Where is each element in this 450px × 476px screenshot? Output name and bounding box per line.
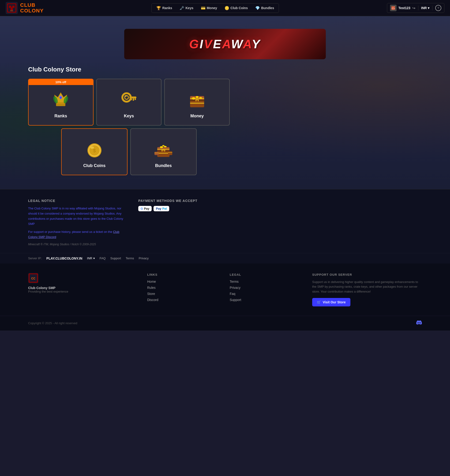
footer-support-link[interactable]: Support <box>110 257 121 260</box>
ranks-card-label: Ranks <box>54 114 67 118</box>
footer-support-col: SUPPORT OUR SERVER Support us in deliver… <box>312 273 422 306</box>
footer-legal-text2: For support or purchase history, please … <box>28 229 129 240</box>
svg-point-21 <box>124 95 127 97</box>
nav-right: 🧱 Test123 ↪ INR ▾ ? <box>387 3 444 13</box>
keys-card-icon <box>118 90 139 111</box>
footer-link-rules[interactable]: Rules <box>147 286 220 289</box>
payment-methods: G Pay PayPal <box>138 206 239 211</box>
footer-legal-terms[interactable]: Terms <box>230 280 303 283</box>
footer-payment-col: PAYMENT METHODS WE ACCEPT G Pay PayPal <box>138 199 239 246</box>
svg-rect-17 <box>129 96 136 98</box>
keys-nav-icon: 🗝️ <box>179 6 184 10</box>
money-svg-icon <box>188 91 207 110</box>
footer-legal-col: LEGAL NOTICE The Club Colony SMP is in n… <box>28 199 129 246</box>
store-card-money[interactable]: Money <box>164 79 230 126</box>
svg-rect-26 <box>190 103 204 104</box>
ranks-nav-icon: 🏆 <box>156 6 161 10</box>
footer-terms-link[interactable]: Terms <box>126 257 134 260</box>
footer-payment-title: PAYMENT METHODS WE ACCEPT <box>138 199 239 203</box>
footer-bottom: Copyright © 2025 - All right reserved <box>0 316 450 330</box>
footer-copyright: Copyright © 2025 - All right reserved <box>28 321 77 325</box>
svg-point-31 <box>199 97 202 99</box>
footer-link-home[interactable]: Home <box>147 280 220 283</box>
store-bottom-row: $ Club Coins <box>28 128 230 175</box>
svg-rect-44 <box>162 150 164 152</box>
nav-currency-selector[interactable]: INR ▾ <box>421 6 429 10</box>
clubcoins-nav-icon: 🪙 <box>225 6 229 10</box>
svg-rect-18 <box>133 98 134 101</box>
footer-link-discord[interactable]: Discord <box>147 298 220 302</box>
bundles-card-label: Bundles <box>155 163 172 168</box>
footer-legal-grid: LEGAL NOTICE The Club Colony SMP is in n… <box>28 199 239 246</box>
footer-brand-name: Club Colony SMP <box>28 286 138 290</box>
store-card-keys[interactable]: Keys <box>96 79 162 126</box>
bundles-nav-icon: 💎 <box>255 6 260 10</box>
footer-brand: CC Club Colony SMP Providing the best ex… <box>28 273 138 306</box>
bundles-svg-icon <box>154 141 173 159</box>
footer-bar: Server IP: PLAY.CLUBCOLONY.IN INR ▾ FAQ … <box>0 253 450 264</box>
footer-privacy-link[interactable]: Privacy <box>139 257 149 260</box>
money-card-icon <box>187 90 208 111</box>
discord-svg-icon <box>416 320 422 325</box>
money-nav-icon: 💳 <box>201 6 206 10</box>
footer-legal-col-2: LEGAL Terms Privacy Faq Support <box>230 273 303 306</box>
logo-svg: CC <box>6 2 17 14</box>
footer-legal-privacy[interactable]: Privacy <box>230 286 303 289</box>
footer-legal-text1: The Club Colony SMP is in no way affilia… <box>28 206 129 227</box>
svg-text:CC: CC <box>10 10 13 12</box>
svg-rect-48 <box>168 152 172 153</box>
discount-badge-ranks: 10% off <box>29 79 93 85</box>
svg-text:$: $ <box>93 148 96 153</box>
nav-link-money[interactable]: 💳 Money <box>198 5 220 12</box>
club-coins-card-icon: $ <box>84 139 105 160</box>
nav-link-bundles[interactable]: 💎 Bundles <box>252 5 277 12</box>
main-content: GIVEAWAY Club Colony Store 10% off <box>0 16 450 189</box>
store-card-ranks[interactable]: 10% off Ranks <box>28 79 94 126</box>
svg-rect-20 <box>131 98 132 100</box>
visit-store-button[interactable]: 🛒 Visit Our Store <box>312 298 350 306</box>
paypal-badge: PayPal <box>154 206 169 211</box>
nav-links: 🏆 Ranks 🗝️ Keys 💳 Money 🪙 Club Coins 💎 B… <box>151 3 279 13</box>
svg-rect-19 <box>135 98 136 100</box>
svg-point-51 <box>162 145 165 147</box>
navbar: CC CLUB COLONY 🏆 Ranks 🗝️ Keys 💳 Money 🪙… <box>0 0 450 16</box>
footer-columns: CC Club Colony SMP Providing the best ex… <box>0 264 450 316</box>
footer-copyright-notice: Minecraft ® /TM, Mojang Studios / Notch … <box>28 243 129 246</box>
store-card-bundles[interactable]: Bundles <box>130 128 197 175</box>
bundles-card-icon <box>153 139 174 160</box>
nav-logout-icon[interactable]: ↪ <box>412 6 415 10</box>
server-ip-label: Server IP: <box>28 257 42 260</box>
store-card-club-coins[interactable]: $ Club Coins <box>61 128 128 175</box>
nav-divider <box>418 6 418 10</box>
nav-link-keys[interactable]: 🗝️ Keys <box>176 5 196 12</box>
footer-legal-faq[interactable]: Faq <box>230 292 303 296</box>
gpay-badge: G Pay <box>138 206 152 211</box>
footer-brand-icon: CC <box>28 273 38 283</box>
nav-link-ranks[interactable]: 🏆 Ranks <box>153 5 175 12</box>
svg-point-37 <box>90 147 94 149</box>
footer-logo-svg: CC <box>28 273 38 283</box>
store-grid: 10% off Ranks <box>28 79 230 175</box>
nav-username: Test123 <box>398 6 410 10</box>
footer-faq-link[interactable]: FAQ <box>100 257 106 260</box>
footer-support-col-title: SUPPORT OUR SERVER <box>312 273 422 276</box>
currency-chevron-icon: ▾ <box>428 6 429 10</box>
footer-support-text: Support us in delivering higher quality … <box>312 280 422 294</box>
svg-rect-42 <box>157 153 169 154</box>
money-card-label: Money <box>190 114 204 118</box>
ranks-card-icon <box>50 90 71 111</box>
nav-help-button[interactable]: ? <box>435 5 441 11</box>
nav-link-club-coins[interactable]: 🪙 Club Coins <box>221 5 251 12</box>
footer-legal-support[interactable]: Support <box>230 298 303 302</box>
store-title: Club Colony Store <box>28 66 422 73</box>
svg-rect-46 <box>154 153 159 153</box>
svg-text:CC: CC <box>31 277 36 280</box>
footer-link-store[interactable]: Store <box>147 292 220 296</box>
ranks-svg-icon <box>51 91 70 110</box>
svg-point-49 <box>160 146 163 148</box>
svg-point-32 <box>196 96 199 98</box>
discord-icon[interactable] <box>416 320 422 327</box>
footer-bar-currency[interactable]: INR ▾ <box>87 257 95 260</box>
footer-legal-title: LEGAL NOTICE <box>28 199 129 203</box>
nav-avatar: 🧱 <box>390 5 397 11</box>
